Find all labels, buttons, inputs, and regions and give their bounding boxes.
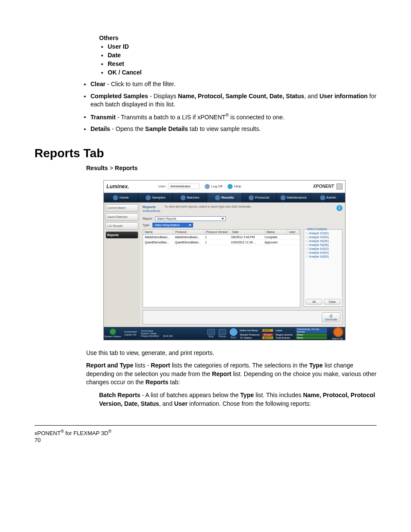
col-date[interactable]: Date	[230, 230, 265, 234]
sidebar-item-saved-batches[interactable]: Saved Batches	[106, 213, 138, 221]
app-logo: Luminex	[106, 184, 145, 190]
batches-icon	[181, 195, 186, 200]
page-heading: Reports Tab	[34, 146, 377, 160]
user-label: User:	[158, 184, 166, 188]
bullet-completed: Completed Samples - Displays Name, Proto…	[90, 92, 377, 109]
admin-icon	[320, 195, 325, 200]
sidebar-item-lis-results[interactable]: LIS Results	[106, 222, 138, 230]
sidebar: Current Batch Saved Batches LIS Results …	[104, 202, 140, 327]
table-row[interactable]: QuantDemoBea... QuantDemoBead... 1 2/29/…	[143, 240, 300, 245]
others-item: OK / Cancel	[108, 69, 377, 76]
connected-label: Connected	[124, 330, 137, 333]
pause-icon	[218, 329, 226, 335]
main-bullet-list: Clear - Click to turn off the filter. Co…	[90, 80, 377, 134]
all-button[interactable]: All	[306, 299, 322, 305]
analyte-checkbox[interactable]: Analyte 66(66)	[306, 255, 340, 258]
report-label: Report:	[143, 217, 153, 220]
post-para-1: Use this tab to view, generate, and prin…	[86, 349, 377, 358]
home-icon	[113, 195, 118, 200]
stop-icon	[207, 329, 215, 335]
others-item: Reset	[108, 60, 377, 67]
post-para-2: Report and Type lists - Report lists the…	[86, 361, 377, 387]
system-status-label: System Status	[104, 335, 121, 338]
others-item: Date	[108, 52, 377, 59]
tab-maintenance[interactable]: Maintenance	[277, 193, 311, 202]
tab-home[interactable]: Home	[104, 193, 138, 202]
analyte-checkbox[interactable]: Analyte 62(62)	[306, 247, 340, 251]
analytes-title: Select Analytes	[306, 227, 328, 230]
eject-button[interactable]: Eject	[230, 328, 237, 339]
region-events: 0/sec	[296, 333, 327, 336]
col-user[interactable]: User	[287, 230, 300, 234]
status-ok-icon	[110, 329, 116, 335]
delta-cal-temp: 0.0°C	[262, 329, 273, 332]
instructions-text: To view and print reports, select a repo…	[165, 205, 252, 208]
laser-status: CheriotsUp, 14 min remain	[296, 328, 327, 333]
generate-button[interactable]: Generate	[322, 312, 340, 322]
breadcrumb: Results > Reports	[86, 165, 377, 171]
eject-icon	[230, 328, 237, 336]
pause-button[interactable]: Pause	[218, 329, 226, 338]
window-control-icon[interactable]	[336, 184, 342, 190]
sidebar-item-current-batch[interactable]: Current Batch	[106, 204, 138, 212]
tab-protocols[interactable]: Protocols	[242, 193, 277, 202]
clear-button[interactable]: Clear	[324, 299, 340, 305]
col-protocol-version[interactable]: Protocol Version	[204, 230, 230, 234]
bullet-details: Details - Opens the Sample Details tab t…	[90, 125, 377, 134]
analyte-checkbox[interactable]: Analyte 64(64)	[306, 251, 340, 255]
reports-table: Name Protocol Protocol Version Date Stat…	[143, 229, 300, 308]
select-analytes-panel: Select Analytes Analyte 52(52) Analyte 5…	[304, 229, 342, 307]
analyte-checkbox[interactable]: Analyte 56(56)	[306, 240, 340, 243]
main-tabs: Home Samples Batches Results Protocols M…	[104, 193, 345, 202]
post-para-3: Batch Reports - A list of batches appear…	[99, 391, 377, 408]
tab-results[interactable]: Results	[207, 193, 242, 202]
screenshot-app: Luminex User: Administrator Log Off Help…	[103, 180, 346, 340]
sidebar-item-reports[interactable]: Reports	[106, 231, 138, 239]
bullet-transmit: Transmit - Transmits a batch to a LIS if…	[90, 112, 377, 121]
status-bar: System Status Connected CalVer OK Comman…	[104, 327, 345, 340]
tab-admin[interactable]: Admin	[311, 193, 345, 202]
col-protocol[interactable]: Protocol	[174, 230, 204, 234]
user-value: Administrator	[168, 184, 199, 189]
help-link[interactable]: Help	[227, 184, 241, 189]
others-item: User ID	[108, 43, 377, 50]
protocols-icon	[249, 195, 254, 200]
type-select[interactable]: Data Interpretation	[153, 223, 193, 227]
help-icon	[227, 184, 233, 189]
page-footer: xPONENT® for FLEXMAP 3D® 70	[34, 425, 377, 443]
warmup-icon[interactable]	[333, 327, 343, 337]
analyte-checkbox[interactable]: Analyte 52(52)	[306, 232, 340, 235]
analyte-checkbox[interactable]: Analyte 54(54)	[306, 236, 340, 239]
total-events: 0/sec	[296, 336, 327, 339]
maintenance-icon	[280, 195, 286, 200]
calver-label: CalVer OK	[124, 333, 136, 336]
stop-button[interactable]: Stop	[207, 329, 215, 338]
xy-status: 26.0°C	[262, 336, 273, 339]
page-number: 70	[34, 437, 40, 443]
others-heading: Others	[99, 34, 377, 41]
sheath-pressure: 5.5 psi	[262, 333, 273, 336]
table-row[interactable]: AlleleDemoBead... AlleleDemoBead... 1 3/…	[143, 235, 300, 240]
bullet-clear: Clear - Click to turn off the filter.	[90, 80, 377, 89]
tab-batches[interactable]: Batches	[173, 193, 207, 202]
info-icon[interactable]: i	[336, 205, 342, 211]
results-icon	[215, 195, 220, 200]
col-status[interactable]: Status	[265, 230, 287, 234]
instructions-heading: Reports Instructions	[143, 205, 160, 213]
brand-label: XPONENT	[313, 184, 334, 189]
tab-samples[interactable]: Samples	[138, 193, 173, 202]
col-name[interactable]: Name	[143, 230, 174, 234]
logoff-link[interactable]: Log Off	[205, 184, 222, 189]
warmup-label: Warm Up	[332, 337, 342, 340]
analyte-checkbox[interactable]: Analyte 58(58)	[306, 243, 340, 247]
report-select[interactable]: Batch Reports	[155, 216, 226, 221]
type-label: Type:	[143, 224, 150, 227]
others-list: User ID Date Reset OK / Cancel	[108, 43, 377, 76]
samples-icon	[146, 195, 151, 200]
logoff-icon	[205, 184, 210, 189]
